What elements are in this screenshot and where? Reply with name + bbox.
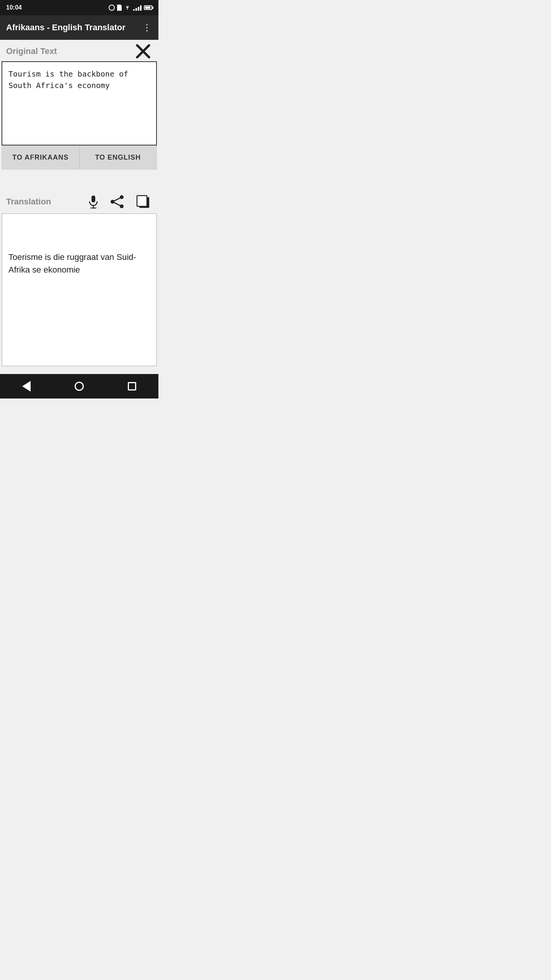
to-english-button[interactable]: TO ENGLISH bbox=[80, 146, 157, 169]
recent-icon bbox=[128, 382, 136, 390]
original-text-input[interactable]: Tourism is the backbone of South Africa'… bbox=[8, 68, 150, 137]
svg-line-8 bbox=[112, 202, 122, 206]
home-button[interactable] bbox=[75, 382, 84, 391]
action-icons bbox=[86, 193, 152, 210]
home-icon bbox=[75, 382, 84, 391]
text-input-area[interactable]: Tourism is the backbone of South Africa'… bbox=[2, 61, 157, 145]
menu-icon[interactable]: ⋮ bbox=[142, 22, 152, 33]
wifi-icon bbox=[124, 4, 131, 11]
translation-text: Toerisme is die ruggraat van Suid-Afrika… bbox=[8, 220, 150, 276]
clear-input-button[interactable] bbox=[134, 44, 152, 58]
notification-icon bbox=[109, 5, 115, 11]
status-bar: 10:04 bbox=[0, 0, 158, 15]
svg-point-0 bbox=[127, 9, 128, 10]
spacer bbox=[0, 170, 158, 189]
original-text-label: Original Text bbox=[6, 46, 57, 56]
status-icons bbox=[109, 4, 152, 11]
svg-rect-1 bbox=[91, 196, 95, 203]
svg-line-7 bbox=[112, 197, 122, 202]
back-button[interactable] bbox=[22, 381, 31, 392]
translate-buttons: TO AFRIKAANS TO ENGLISH bbox=[2, 145, 157, 170]
share-button[interactable] bbox=[109, 195, 125, 209]
translation-header: Translation bbox=[0, 189, 158, 213]
nav-bar bbox=[0, 374, 158, 399]
main-content: Original Text Tourism is the backbone of… bbox=[0, 40, 158, 366]
text-to-speech-button[interactable] bbox=[86, 195, 100, 209]
sd-card-icon bbox=[117, 5, 122, 11]
to-afrikaans-button[interactable]: TO AFRIKAANS bbox=[2, 146, 80, 169]
app-title: Afrikaans - English Translator bbox=[6, 23, 126, 33]
battery-icon bbox=[144, 5, 152, 10]
svg-rect-10 bbox=[137, 196, 147, 206]
app-bar: Afrikaans - English Translator ⋮ bbox=[0, 15, 158, 40]
recent-button[interactable] bbox=[128, 382, 136, 390]
translation-output-area: Toerisme is die ruggraat van Suid-Afrika… bbox=[2, 213, 157, 366]
copy-button[interactable] bbox=[134, 193, 152, 210]
translation-label: Translation bbox=[6, 197, 79, 207]
status-time: 10:04 bbox=[6, 4, 22, 11]
back-icon bbox=[22, 381, 31, 392]
signal-icon bbox=[133, 5, 142, 11]
original-text-header: Original Text bbox=[0, 40, 158, 61]
